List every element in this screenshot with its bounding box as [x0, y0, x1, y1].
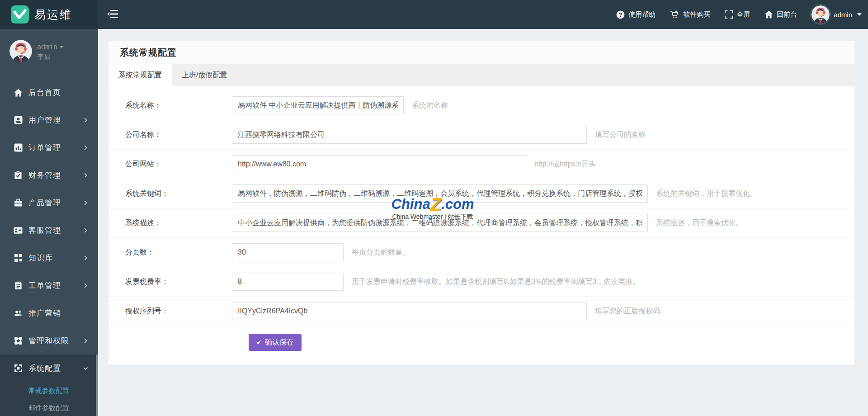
sidebar-item-dashboard[interactable]: 后台首页 [0, 79, 98, 106]
field-label: 公司网站： [108, 160, 232, 169]
form-row-invoice-tax: 发票税费率： 用于发票申请时税费率收取。如果是含税则填写0,如果是3%的税费率则… [108, 267, 854, 296]
field-label: 公司名称： [108, 130, 232, 140]
chevron-down-icon [857, 13, 862, 16]
tab-work-holiday-config[interactable]: 上班/放假配置 [172, 64, 237, 86]
field-label: 系统名称： [108, 101, 232, 110]
form-row-system-name: 系统名称： 系统的名称 [108, 91, 854, 120]
field-label: 分页数： [108, 248, 232, 257]
logo-text: 易运维 [34, 7, 72, 22]
form-row-company-website: 公司网站： http://或https://开头 [108, 149, 854, 179]
bar-chart-icon [14, 143, 23, 152]
company-name-input[interactable] [232, 126, 587, 144]
home-icon [764, 10, 773, 19]
form-row-license-serial: 授权序列号： 填写您的正版授权码。 [108, 296, 854, 326]
chevron-right-icon: › [84, 114, 87, 124]
sidebar-menu: 后台首页 用户管理 › [0, 79, 98, 416]
chevron-right-icon: › [84, 225, 87, 235]
home-icon [14, 88, 23, 97]
system-name-input[interactable] [232, 96, 404, 114]
logo[interactable]: 易运维 [0, 0, 98, 29]
fullscreen-icon [725, 10, 733, 19]
help-menu-item[interactable]: ? 使用帮助 [616, 10, 656, 19]
chevron-right-icon: › [84, 170, 87, 180]
field-hint: 每页分页的数量。 [352, 248, 410, 257]
sidebar-item-users[interactable]: 用户管理 › [0, 106, 98, 134]
svg-text:?: ? [619, 11, 623, 18]
system-config-submenu: 常规参数配置 邮件参数配置 短信参数配置 [0, 382, 98, 416]
page-size-input[interactable] [232, 243, 344, 261]
user-icon [14, 116, 23, 125]
tab-bar: 系统常规配置 上班/放假配置 [108, 64, 854, 86]
company-website-input[interactable] [232, 155, 526, 173]
field-label: 发票税费率： [108, 277, 232, 287]
sidebar-item-support[interactable]: 客服管理 › [0, 217, 98, 244]
field-hint: 系统的关键词，用于搜索优化。 [656, 189, 757, 199]
field-hint: 系统的名称 [412, 101, 448, 110]
star-badge-icon [14, 336, 23, 345]
field-hint: 填写公司的名称 [595, 130, 646, 140]
field-hint: 填写您的正版授权码。 [595, 307, 667, 316]
logo-icon [11, 5, 29, 24]
fullscreen-menu-item[interactable]: 全屏 [725, 10, 750, 19]
field-label: 系统描述： [108, 218, 232, 228]
sidebar-avatar[interactable] [9, 40, 32, 62]
sidebar-item-tickets[interactable]: 工单管理 › [0, 272, 98, 299]
app-root: 易运维 ? 使用帮助 [0, 0, 868, 416]
grid-icon [14, 364, 23, 373]
submenu-item-mail-params[interactable]: 邮件参数配置 [0, 399, 98, 416]
chevron-down-icon [60, 46, 63, 48]
header-username: admin [834, 11, 852, 19]
help-icon: ? [616, 10, 625, 19]
form-row-page-size: 分页数： 每页分页的数量。 [108, 237, 854, 267]
sidebar-item-finance[interactable]: 财务管理 › [0, 161, 98, 189]
system-description-input[interactable] [232, 214, 648, 232]
check-icon: ✔ [256, 339, 262, 346]
header-avatar [811, 5, 830, 24]
top-header: 易运维 ? 使用帮助 [0, 0, 868, 29]
chevron-right-icon: › [84, 280, 87, 290]
chevron-right-icon: › [84, 197, 87, 207]
field-label: 系统关键词： [108, 189, 232, 199]
chevron-down-icon: › [80, 367, 90, 370]
license-serial-input[interactable] [232, 302, 587, 320]
help-label: 使用帮助 [628, 10, 656, 19]
field-hint: http://或https://开头 [534, 160, 596, 169]
page-title: 系统常规配置 [120, 47, 177, 59]
system-keywords-input[interactable] [232, 184, 648, 203]
header-nav: ? 使用帮助 软件购买 全屏 [616, 0, 862, 29]
clipboard-icon [14, 281, 23, 290]
form-row-company-name: 公司名称： 填写公司的名称 [108, 120, 854, 149]
chevron-right-icon: › [84, 335, 87, 345]
main-area: 系统常规配置 系统常规配置 上班/放假配置 系统名称： 系统的名称 公司名称： … [98, 29, 868, 416]
fullscreen-label: 全屏 [736, 10, 750, 19]
sidebar-item-products[interactable]: 产品管理 › [0, 189, 98, 217]
invoice-tax-input[interactable] [232, 273, 344, 291]
sidebar-realname: 李易 [37, 53, 51, 61]
clipboard-check-icon [14, 171, 23, 180]
id-card-icon [14, 226, 23, 235]
sidebar-item-system-config[interactable]: 系统配置 › [0, 355, 98, 382]
sidebar-username[interactable]: admin [37, 43, 63, 51]
submit-row: ✔ 确认保存 [108, 326, 854, 365]
sidebar-toggle-icon[interactable] [107, 9, 119, 20]
sidebar-item-knowledge[interactable]: 知识库 › [0, 244, 98, 272]
field-label: 授权序列号： [108, 307, 232, 316]
front-site-label: 回前台 [777, 10, 797, 19]
tiles-icon [14, 254, 23, 263]
purchase-label: 软件购买 [683, 10, 710, 19]
front-site-menu-item[interactable]: 回前台 [764, 10, 797, 19]
chevron-right-icon: › [84, 252, 87, 262]
sidebar-scrollbar[interactable] [96, 355, 98, 416]
form-row-keywords: 系统关键词： 系统的关键词，用于搜索优化。 [108, 179, 854, 208]
sidebar-item-permissions[interactable]: 管理和权限 › [0, 327, 98, 355]
people-icon [14, 309, 23, 318]
confirm-save-button[interactable]: ✔ 确认保存 [249, 334, 302, 351]
field-hint: 用于发票申请时税费率收取。如果是含税则填写0,如果是3%的税费率则填写3，依次类… [352, 277, 640, 287]
submenu-item-general-params[interactable]: 常规参数配置 [0, 382, 98, 399]
form-panel: 系统名称： 系统的名称 公司名称： 填写公司的名称 公司网站： http://或… [108, 86, 854, 365]
header-user-menu[interactable]: admin [811, 5, 862, 24]
sidebar-item-marketing[interactable]: 推广营销 [0, 299, 98, 327]
purchase-menu-item[interactable]: 软件购买 [670, 10, 710, 19]
sidebar-item-orders[interactable]: 订单管理 › [0, 134, 98, 161]
tab-general-config[interactable]: 系统常规配置 [108, 64, 172, 86]
